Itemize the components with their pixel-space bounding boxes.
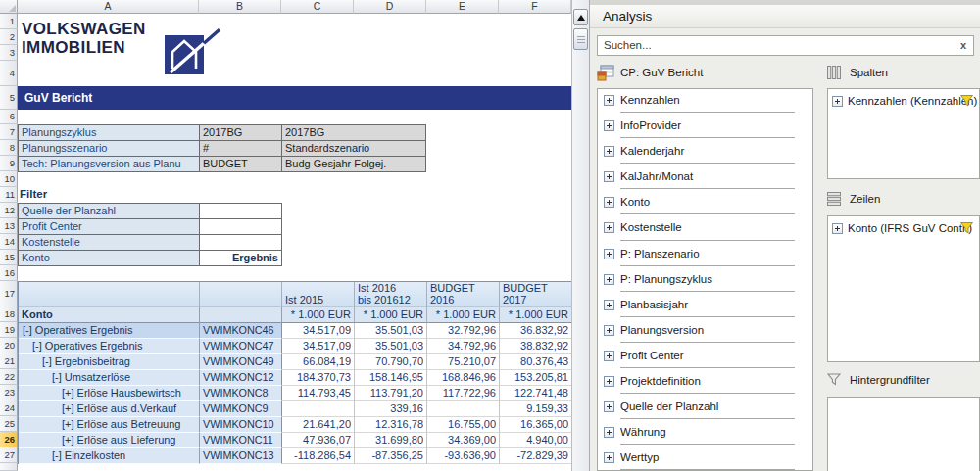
field-item-profit-center[interactable]: Profit Center	[598, 345, 812, 370]
field-item-kalenderjahr[interactable]: Kalenderjahr	[598, 140, 812, 165]
expand-icon[interactable]	[604, 120, 614, 131]
value-cell[interactable]: 70.790,70	[355, 354, 427, 370]
expand-icon[interactable]	[604, 249, 614, 259]
field-item-p-planszenario[interactable]: P: Planszenario	[598, 243, 812, 268]
hierarchy-node-cell[interactable]: [-] Umsatzerlöse	[19, 370, 200, 386]
field-item-infoprovider[interactable]: InfoProvider	[598, 115, 812, 140]
konto-code-cell[interactable]: VWIMKONC8	[200, 386, 282, 401]
period-header-cell[interactable]: BUDGET2016	[427, 282, 500, 307]
column-item-kennzahlen-kennzahlen[interactable]: Kennzahlen (Kennzahlen)	[828, 89, 979, 113]
filter-value-cell[interactable]: Ergebnis	[200, 251, 282, 266]
value-cell[interactable]: 80.376,43	[500, 354, 572, 370]
col-header-b[interactable]: B	[199, 0, 281, 14]
hierarchy-node-cell[interactable]: [+] Erlöse aus d.Verkauf	[19, 401, 200, 417]
expand-icon[interactable]	[604, 401, 614, 412]
col-header-f[interactable]: F	[499, 0, 571, 14]
expand-icon[interactable]	[604, 171, 614, 182]
info-value-cell[interactable]: 2017BG	[200, 125, 282, 141]
row-header-13[interactable]: 13	[0, 218, 18, 234]
row-header-20[interactable]: 20	[0, 338, 18, 353]
value-cell[interactable]: 36.832,92	[500, 323, 572, 339]
expand-icon[interactable]	[604, 452, 614, 463]
search-clear-icon[interactable]: x	[960, 39, 966, 51]
col-header-c[interactable]: C	[281, 0, 354, 14]
filter-label-cell[interactable]: Kostenstelle	[19, 235, 200, 251]
row-header-2[interactable]: 2	[0, 29, 18, 45]
value-cell[interactable]: 122.741,48	[500, 386, 572, 401]
field-item-projektdefinition[interactable]: Projektdefinition	[598, 370, 812, 396]
unit-cell[interactable]: * 1.000 EUR	[427, 307, 500, 323]
expand-icon[interactable]	[604, 427, 614, 438]
konto-header-cell[interactable]: Konto	[19, 307, 200, 323]
vertical-scrollbar[interactable]	[571, 0, 589, 471]
info-value-cell[interactable]: Standardszenario	[282, 141, 426, 157]
filter-funnel-icon[interactable]	[959, 221, 974, 235]
value-cell[interactable]: 21.641,20	[282, 417, 355, 433]
expand-icon[interactable]	[604, 376, 614, 387]
select-all-corner[interactable]	[0, 0, 18, 14]
field-item-kaljahr-monat[interactable]: KalJahr/Monat	[598, 165, 812, 191]
value-cell[interactable]: -72.829,39	[500, 448, 572, 464]
scroll-up-button[interactable]	[573, 9, 588, 25]
konto-code-cell[interactable]: VWIMKONC47	[200, 339, 282, 354]
expand-icon[interactable]	[604, 325, 614, 336]
row-header-21[interactable]: 21	[0, 353, 18, 369]
row-header-17[interactable]: 17	[0, 281, 18, 306]
value-cell[interactable]: 153.205,81	[500, 370, 572, 386]
value-cell[interactable]: 34.517,09	[282, 339, 355, 354]
value-cell[interactable]: 114.793,45	[282, 386, 355, 401]
filter-label-cell[interactable]: Profit Center	[19, 219, 200, 235]
hierarchy-node-cell[interactable]: [-] Operatives Ergebnis	[19, 323, 200, 339]
value-cell[interactable]: 34.369,00	[427, 433, 500, 448]
row-header-26[interactable]: 26	[0, 432, 18, 447]
value-cell[interactable]: -93.636,90	[427, 448, 500, 464]
field-item-w-hrung[interactable]: Währung	[598, 421, 812, 447]
value-cell[interactable]: 35.501,03	[355, 323, 427, 339]
field-item-konto[interactable]: Konto	[598, 191, 812, 216]
value-cell[interactable]: 4.940,00	[500, 433, 572, 448]
unit-cell[interactable]: * 1.000 EUR	[355, 307, 427, 323]
row-header-15[interactable]: 15	[0, 250, 18, 265]
col-header-e[interactable]: E	[426, 0, 499, 14]
field-item-planungsversion[interactable]: Planungsversion	[598, 319, 812, 345]
field-item-quelle-der-planzahl[interactable]: Quelle der Planzahl	[598, 396, 812, 421]
scrollbar-thumb[interactable]	[573, 28, 588, 50]
info-value-cell[interactable]: 2017BG	[282, 125, 426, 141]
filter-value-cell[interactable]	[200, 235, 282, 251]
konto-header-empty-cell[interactable]	[200, 307, 282, 323]
row-header-1[interactable]: 1	[0, 14, 18, 29]
value-cell[interactable]: -87.356,25	[355, 448, 427, 464]
unit-cell[interactable]: * 1.000 EUR	[500, 307, 572, 323]
row-header-partial[interactable]	[0, 463, 18, 471]
info-label-cell[interactable]: Planungsszenario	[19, 141, 200, 157]
row-header-7[interactable]: 7	[0, 124, 18, 140]
filter-funnel-icon[interactable]	[959, 94, 974, 108]
expand-icon[interactable]	[832, 223, 843, 234]
background-filter-drop-area[interactable]	[827, 397, 980, 471]
value-cell[interactable]: 75.210,07	[427, 354, 500, 370]
value-cell[interactable]: -118.286,54	[282, 448, 355, 464]
value-cell[interactable]: 31.699,80	[355, 433, 427, 448]
row-header-11[interactable]: 11	[0, 187, 18, 203]
filter-label-cell[interactable]: Konto	[19, 251, 200, 266]
row-header-8[interactable]: 8	[0, 140, 18, 156]
hierarchy-node-cell[interactable]: [-] Operatives Ergebnis	[19, 339, 200, 354]
filter-value-cell[interactable]	[200, 219, 282, 235]
expand-icon[interactable]	[604, 351, 614, 361]
row-header-16[interactable]: 16	[0, 265, 18, 281]
value-cell[interactable]	[282, 401, 355, 417]
col-header-d[interactable]: D	[354, 0, 426, 14]
konto-code-cell[interactable]: VWIMKONC13	[200, 448, 282, 464]
search-input[interactable]: Suchen... x	[597, 35, 974, 56]
row-header-6[interactable]: 6	[0, 110, 18, 124]
period-header-cell[interactable]: BUDGET2017	[500, 282, 572, 307]
value-cell[interactable]: 117.722,96	[427, 386, 500, 401]
row-header-5[interactable]: 5	[0, 86, 18, 110]
value-cell[interactable]: 32.792,96	[427, 323, 500, 339]
konto-code-cell[interactable]: VWIMKONC46	[200, 323, 282, 339]
row-header-25[interactable]: 25	[0, 416, 18, 432]
table-header-empty-cell[interactable]	[200, 282, 282, 307]
row-item-konto-ifrs-guv-contr[interactable]: Konto (IFRS GuV Contr.)	[828, 216, 979, 240]
value-cell[interactable]: 34.792,96	[427, 339, 500, 354]
filter-value-cell[interactable]	[200, 204, 282, 219]
